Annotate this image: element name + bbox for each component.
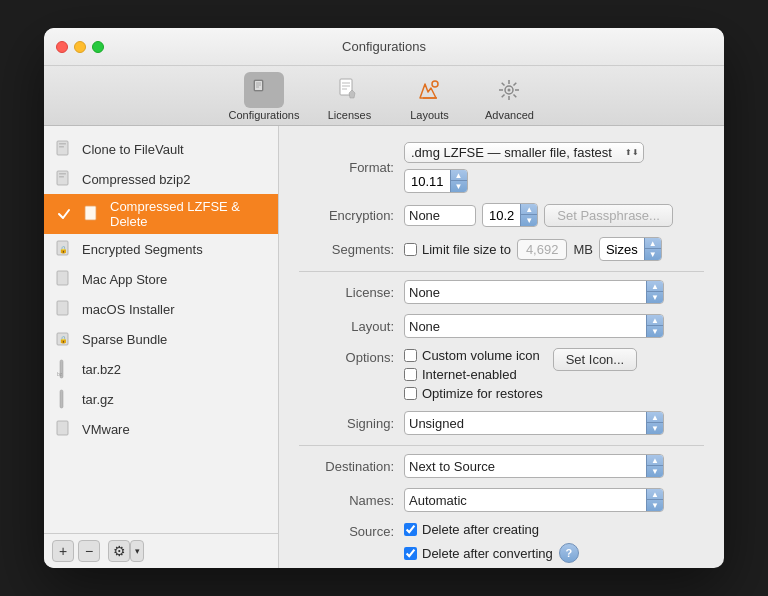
layout-down[interactable]: ▼ [647, 326, 663, 337]
optimize-checkbox[interactable] [404, 387, 417, 400]
help-button[interactable]: ? [559, 543, 579, 563]
custom-icon-checkbox[interactable] [404, 349, 417, 362]
set-passphrase-button[interactable]: Set Passphrase... [544, 204, 673, 227]
delete-creating-label: Delete after creating [422, 522, 539, 537]
format-version-up[interactable]: ▲ [451, 170, 467, 181]
sizes-down[interactable]: ▼ [645, 249, 661, 260]
configurations-icon [244, 72, 284, 108]
encryption-version-down[interactable]: ▼ [521, 215, 537, 226]
svg-rect-22 [57, 271, 68, 285]
sidebar-item-macappstore[interactable]: Mac App Store [44, 264, 278, 294]
svg-rect-17 [59, 173, 66, 175]
gear-menu[interactable]: ⚙ ▾ [108, 540, 144, 562]
license-controls: None ▲ ▼ [404, 280, 664, 304]
advanced-icon [489, 72, 529, 108]
destination-controls: Next to Source ▲ ▼ [404, 454, 664, 478]
toolbar-advanced[interactable]: Advanced [479, 72, 539, 121]
destination-down[interactable]: ▼ [647, 466, 663, 477]
toolbar-licenses-label: Licenses [328, 109, 371, 121]
close-button[interactable] [56, 41, 68, 53]
sidebar-item-clone[interactable]: Clone to FileVault [44, 134, 278, 164]
toolbar-configurations[interactable]: Configurations [229, 72, 300, 121]
svg-point-9 [432, 81, 438, 87]
main-window: Configurations Configurations [44, 28, 724, 568]
segments-controls: Limit file size to 4,692 MB Sizes ▲ ▼ [404, 237, 662, 261]
delete-converting-checkbox[interactable] [404, 547, 417, 560]
item-icon-vmware [54, 419, 74, 439]
toolbar-layouts-label: Layouts [410, 109, 449, 121]
layout-up[interactable]: ▲ [647, 315, 663, 326]
maximize-button[interactable] [92, 41, 104, 53]
destination-up[interactable]: ▲ [647, 455, 663, 466]
signing-up[interactable]: ▲ [647, 412, 663, 423]
names-select[interactable]: Automatic [405, 491, 646, 510]
sidebar-item-sparse[interactable]: 🔒 Sparse Bundle [44, 324, 278, 354]
signing-select[interactable]: Unsigned [405, 414, 646, 433]
names-up[interactable]: ▲ [647, 489, 663, 500]
sizes-btn-label[interactable]: Sizes [600, 240, 644, 259]
item-icon-clone [54, 139, 74, 159]
layout-select[interactable]: None [405, 317, 646, 336]
limit-size-checkbox-row: Limit file size to [404, 242, 511, 257]
destination-select[interactable]: Next to Source [405, 457, 646, 476]
limit-size-checkbox[interactable] [404, 243, 417, 256]
sidebar-item-bzip2-label: Compressed bzip2 [82, 172, 190, 187]
license-down[interactable]: ▼ [647, 292, 663, 303]
svg-text:bz: bz [57, 371, 63, 377]
checkmark-icon [54, 204, 74, 224]
mb-label: MB [573, 242, 593, 257]
gear-icon: ⚙ [113, 543, 126, 559]
item-icon-encrypted: 🔒 [54, 239, 74, 259]
encryption-version-up[interactable]: ▲ [521, 204, 537, 215]
item-icon-lzfse [82, 204, 102, 224]
layout-label: Layout: [299, 319, 394, 334]
encryption-row: Encryption: None 10.2 ▲ ▼ Set P [299, 203, 704, 227]
encryption-select[interactable]: None [405, 206, 475, 225]
toolbar-advanced-label: Advanced [485, 109, 534, 121]
format-version-down[interactable]: ▼ [451, 181, 467, 192]
layout-row: Layout: None ▲ ▼ [299, 314, 704, 338]
set-icon-button[interactable]: Set Icon... [553, 348, 638, 371]
svg-rect-29 [57, 421, 68, 435]
sizes-up[interactable]: ▲ [645, 238, 661, 249]
sidebar-item-macos[interactable]: macOS Installer [44, 294, 278, 324]
encryption-label: Encryption: [299, 208, 394, 223]
sidebar-item-tarbz2[interactable]: bz tar.bz2 [44, 354, 278, 384]
internet-enabled-checkbox[interactable] [404, 368, 417, 381]
names-down[interactable]: ▼ [647, 500, 663, 511]
signing-row: Signing: Unsigned ▲ ▼ [299, 411, 704, 435]
toolbar-layouts[interactable]: Layouts [399, 72, 459, 121]
item-icon-targz [54, 389, 74, 409]
toolbar-configurations-label: Configurations [229, 109, 300, 121]
signing-controls: Unsigned ▲ ▼ [404, 411, 664, 435]
signing-label: Signing: [299, 416, 394, 431]
sidebar-item-targz[interactable]: tar.gz [44, 384, 278, 414]
sidebar-item-lzfse[interactable]: Compressed LZFSE & Delete [44, 194, 278, 234]
remove-item-button[interactable]: − [78, 540, 100, 562]
sidebar-item-encrypted-label: Encrypted Segments [82, 242, 203, 257]
svg-text:🔒: 🔒 [59, 245, 68, 254]
add-item-button[interactable]: + [52, 540, 74, 562]
optimize-label: Optimize for restores [422, 386, 543, 401]
gear-dropdown-arrow[interactable]: ▾ [130, 540, 144, 562]
gear-button[interactable]: ⚙ [108, 540, 130, 562]
options-label: Options: [299, 348, 394, 365]
license-up[interactable]: ▲ [647, 281, 663, 292]
minimize-button[interactable] [74, 41, 86, 53]
source-row: Source: Delete after creating Delete aft… [299, 522, 704, 563]
destination-label: Destination: [299, 459, 394, 474]
segments-label: Segments: [299, 242, 394, 257]
license-select[interactable]: None [405, 283, 646, 302]
sidebar-item-encrypted[interactable]: 🔒 Encrypted Segments [44, 234, 278, 264]
licenses-icon [329, 72, 369, 108]
limit-size-label: Limit file size to [422, 242, 511, 257]
delete-creating-checkbox[interactable] [404, 523, 417, 536]
format-select[interactable]: ‌.dmg LZFSE — smaller file, fastest [404, 142, 644, 163]
item-icon-sparse: 🔒 [54, 329, 74, 349]
toolbar-licenses[interactable]: Licenses [319, 72, 379, 121]
signing-down[interactable]: ▼ [647, 423, 663, 434]
sidebar-item-bzip2[interactable]: Compressed bzip2 [44, 164, 278, 194]
layouts-icon [409, 72, 449, 108]
toolbar: Configurations Licenses [44, 66, 724, 126]
sidebar-item-vmware[interactable]: VMware [44, 414, 278, 444]
